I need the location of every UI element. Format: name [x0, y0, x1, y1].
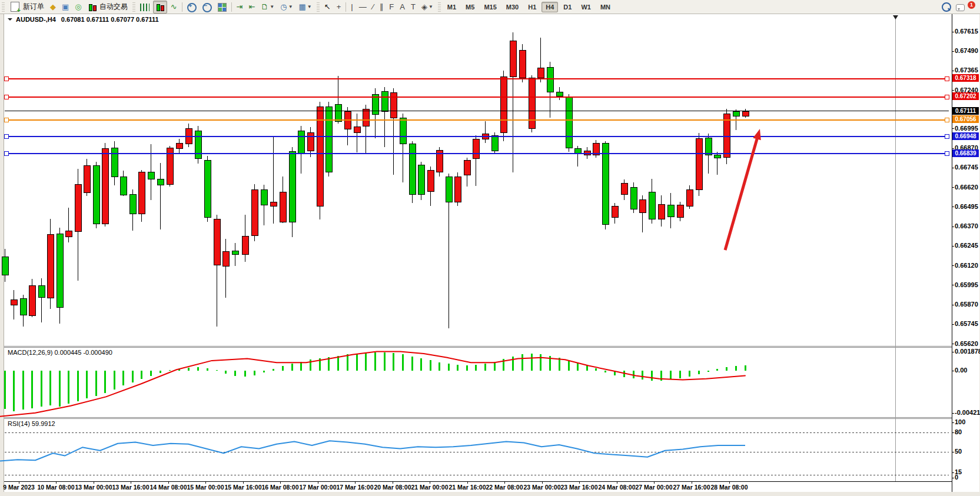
chart-canvas[interactable]: [0, 0, 980, 496]
vertical-line-icon[interactable]: |: [348, 1, 355, 14]
time-tick-mark: [579, 481, 580, 484]
signals-icon[interactable]: ◎: [72, 1, 84, 14]
line-chart-icon[interactable]: ∿: [168, 1, 180, 14]
time-axis-label: 23 Mar 16:00: [560, 484, 597, 491]
profiles-clock-icon[interactable]: ◷▼: [278, 1, 295, 14]
price-tick-mark: [952, 324, 954, 325]
chart-shift-icon[interactable]: ⇤: [246, 1, 257, 14]
timeframe-mn-button[interactable]: MN: [596, 2, 614, 12]
timeframe-d1-button[interactable]: D1: [559, 2, 576, 12]
toolbar-items: 新订单◆▣◎自动交易∿⇥⇤🗋▼◷▼▦▼↖+|—∕∥FAT◈▼M1M5M15M30…: [0, 1, 615, 14]
time-tick-mark: [318, 481, 318, 484]
timeframe-m30-button[interactable]: M30: [502, 2, 523, 12]
rsi-indicator: [0, 433, 949, 475]
auto-trading-button[interactable]: 自动交易: [85, 1, 130, 14]
price-tick-mark: [952, 187, 954, 188]
time-tick-mark: [243, 481, 244, 484]
price-tick-label: 0.65995: [955, 281, 978, 288]
equidistant-channel-icon: ∥: [380, 2, 384, 12]
text-icon[interactable]: A: [397, 1, 407, 14]
timeframe-w1-button[interactable]: W1: [577, 2, 595, 12]
new-order-button-icon: [11, 2, 19, 12]
chat-icon[interactable]: [956, 4, 965, 11]
price-tick-mark: [952, 168, 954, 168]
label-icon[interactable]: T: [408, 1, 418, 14]
new-chart-icon: 🗋: [261, 2, 268, 12]
cursor-icon[interactable]: ↖: [322, 1, 333, 14]
price-tick-label: 0.66495: [955, 203, 978, 210]
notification-badge[interactable]: 1: [968, 1, 975, 9]
indicators-template-icon[interactable]: ▦▼: [297, 1, 314, 14]
rsi-tick-mark: [952, 478, 954, 478]
rsi-tick-mark: [952, 432, 954, 433]
toolbar-grip: [132, 2, 135, 12]
price-line-label: 0.67202: [952, 92, 979, 100]
trendline-icon: ∕: [373, 2, 374, 12]
time-tick-mark: [94, 481, 94, 484]
time-tick-mark: [542, 481, 543, 484]
gold-icon[interactable]: ◆: [48, 1, 58, 14]
label-icon: T: [411, 2, 416, 12]
rsi-tick-mark: [952, 472, 954, 473]
new-order-button[interactable]: 新订单: [7, 1, 46, 14]
macd-indicator: [0, 352, 746, 417]
time-axis-label: 15 Mar 00:00: [187, 484, 224, 491]
arrows-shapes-icon[interactable]: ◈▼: [419, 1, 436, 14]
toolbar: 新订单◆▣◎自动交易∿⇥⇤🗋▼◷▼▦▼↖+|—∕∥FAT◈▼M1M5M15M30…: [0, 0, 980, 14]
dropdown-arrow-icon: ▼: [307, 4, 312, 9]
price-tick-label: 0.66995: [955, 125, 978, 132]
time-axis-label: 16 Mar 08:00: [261, 484, 298, 491]
price-tick-mark: [952, 128, 954, 129]
candles-group[interactable]: [2, 32, 749, 328]
macd-axis-label: -0.00421: [955, 409, 980, 416]
search-icon[interactable]: [942, 2, 951, 12]
price-line-label: 0.67056: [952, 115, 979, 123]
new-chart-icon[interactable]: 🗋▼: [258, 1, 277, 14]
line-chart-icon: ∿: [171, 2, 177, 12]
price-tick-label: 0.66245: [955, 242, 978, 249]
timeframe-m15-button[interactable]: M15: [480, 2, 500, 12]
time-tick-mark: [692, 481, 692, 484]
auto-scroll-icon[interactable]: ⇥: [234, 1, 245, 14]
price-tick-mark: [952, 148, 954, 149]
signals-icon: ◎: [75, 2, 81, 12]
bar-chart-icon: [140, 4, 150, 11]
timeframe-h1-button[interactable]: H1: [524, 2, 540, 12]
equidistant-channel-icon[interactable]: ∥: [377, 1, 386, 14]
tile-windows-icon[interactable]: [215, 1, 229, 14]
timeframe-m1-button[interactable]: M1: [443, 2, 460, 12]
time-axis-label: 24 Mar 08:00: [598, 484, 635, 491]
time-axis-label: 10 Mar 08:00: [37, 484, 74, 491]
ohlc-values: 0.67081 0.67111 0.67077 0.67111: [61, 16, 159, 23]
bar-chart-icon[interactable]: [138, 1, 152, 14]
price-tick-mark: [952, 344, 954, 344]
indicators-template-icon: ▦: [299, 2, 306, 12]
time-axis-label: 17 Mar 16:00: [336, 484, 373, 491]
price-tick-mark: [952, 207, 954, 207]
zoom-in-icon[interactable]: [185, 1, 199, 14]
vertical-line-icon: |: [351, 2, 353, 12]
chart-menu-arrow-icon[interactable]: [8, 18, 12, 23]
fibonacci-icon[interactable]: F: [387, 1, 396, 14]
crosshair-icon[interactable]: +: [334, 1, 344, 14]
symbol-period-label: AUDUSD-,H4: [16, 16, 56, 23]
price-tick-mark: [952, 227, 954, 227]
price-tick-label: 0.66620: [955, 184, 978, 191]
trendline-icon[interactable]: ∕: [370, 1, 376, 14]
timeframe-h4-button[interactable]: H4: [542, 2, 558, 12]
time-tick-mark: [205, 481, 206, 484]
auto-scroll-icon: ⇥: [237, 2, 243, 12]
tile-windows-icon: [218, 3, 227, 12]
market-icon[interactable]: ▣: [59, 1, 71, 14]
timeframe-m5-button[interactable]: M5: [461, 2, 479, 12]
macd-tick-mark: [952, 371, 954, 371]
time-tick-mark: [654, 481, 655, 484]
candlestick-chart-icon[interactable]: [153, 1, 167, 14]
zoom-out-icon[interactable]: [200, 1, 214, 14]
toolbar-grip: [2, 2, 5, 12]
horizontal-line-icon: —: [359, 2, 367, 12]
trend-arrow[interactable]: [725, 129, 761, 250]
market-icon: ▣: [62, 2, 69, 12]
horizontal-line-icon[interactable]: —: [357, 1, 369, 14]
fibonacci-icon: F: [389, 2, 394, 12]
